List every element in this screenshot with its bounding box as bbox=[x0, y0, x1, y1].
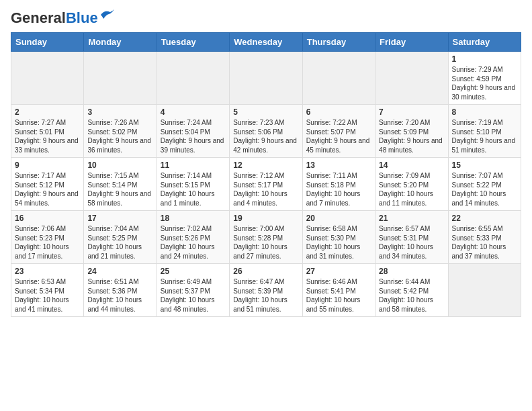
day-info: Sunrise: 7:17 AM Sunset: 5:12 PM Dayligh… bbox=[15, 171, 80, 208]
calendar-cell: 26Sunrise: 6:47 AM Sunset: 5:39 PM Dayli… bbox=[230, 264, 302, 317]
day-number: 14 bbox=[379, 161, 444, 170]
day-info: Sunrise: 7:06 AM Sunset: 5:23 PM Dayligh… bbox=[15, 224, 80, 261]
calendar-cell: 27Sunrise: 6:46 AM Sunset: 5:41 PM Dayli… bbox=[302, 264, 375, 317]
day-number: 18 bbox=[161, 214, 226, 223]
logo-blue: Blue bbox=[66, 9, 98, 26]
day-number: 26 bbox=[233, 267, 298, 276]
day-number: 16 bbox=[15, 214, 80, 223]
calendar-cell: 19Sunrise: 7:00 AM Sunset: 5:28 PM Dayli… bbox=[230, 211, 302, 264]
day-info: Sunrise: 7:00 AM Sunset: 5:28 PM Dayligh… bbox=[233, 224, 298, 261]
day-number: 23 bbox=[15, 267, 80, 276]
day-number: 8 bbox=[452, 107, 517, 117]
logo-text: GeneralBlue bbox=[11, 11, 98, 26]
day-info: Sunrise: 7:07 AM Sunset: 5:22 PM Dayligh… bbox=[452, 171, 517, 208]
day-info: Sunrise: 7:19 AM Sunset: 5:10 PM Dayligh… bbox=[452, 118, 517, 154]
calendar-cell: 23Sunrise: 6:53 AM Sunset: 5:34 PM Dayli… bbox=[11, 264, 84, 317]
calendar-cell: 25Sunrise: 6:49 AM Sunset: 5:37 PM Dayli… bbox=[157, 264, 229, 317]
calendar-week-4: 16Sunrise: 7:06 AM Sunset: 5:23 PM Dayli… bbox=[11, 211, 521, 264]
calendar-cell: 15Sunrise: 7:07 AM Sunset: 5:22 PM Dayli… bbox=[448, 158, 521, 211]
weekday-tuesday: Tuesday bbox=[157, 33, 229, 52]
day-info: Sunrise: 6:53 AM Sunset: 5:34 PM Dayligh… bbox=[15, 277, 80, 314]
day-number: 10 bbox=[87, 161, 152, 170]
calendar-cell: 17Sunrise: 7:04 AM Sunset: 5:25 PM Dayli… bbox=[84, 211, 157, 264]
weekday-sunday: Sunday bbox=[11, 33, 84, 52]
day-info: Sunrise: 6:51 AM Sunset: 5:36 PM Dayligh… bbox=[87, 277, 152, 314]
calendar-cell: 1Sunrise: 7:29 AM Sunset: 4:59 PM Daylig… bbox=[448, 52, 521, 105]
calendar-cell: 21Sunrise: 6:57 AM Sunset: 5:31 PM Dayli… bbox=[375, 211, 448, 264]
calendar-cell bbox=[375, 52, 448, 105]
calendar-cell bbox=[157, 52, 229, 105]
day-info: Sunrise: 7:15 AM Sunset: 5:14 PM Dayligh… bbox=[87, 171, 152, 208]
calendar-cell: 2Sunrise: 7:27 AM Sunset: 5:01 PM Daylig… bbox=[11, 105, 84, 158]
calendar-cell: 24Sunrise: 6:51 AM Sunset: 5:36 PM Dayli… bbox=[84, 264, 157, 317]
day-number: 1 bbox=[452, 54, 517, 64]
day-number: 3 bbox=[87, 107, 152, 117]
day-number: 2 bbox=[15, 107, 80, 117]
calendar-week-5: 23Sunrise: 6:53 AM Sunset: 5:34 PM Dayli… bbox=[11, 264, 521, 317]
calendar-cell: 18Sunrise: 7:02 AM Sunset: 5:26 PM Dayli… bbox=[157, 211, 229, 264]
day-number: 20 bbox=[306, 214, 371, 223]
day-info: Sunrise: 7:14 AM Sunset: 5:15 PM Dayligh… bbox=[161, 171, 226, 208]
day-number: 21 bbox=[379, 214, 444, 223]
day-number: 11 bbox=[161, 161, 226, 170]
day-info: Sunrise: 6:46 AM Sunset: 5:41 PM Dayligh… bbox=[306, 277, 371, 314]
calendar-week-1: 1Sunrise: 7:29 AM Sunset: 4:59 PM Daylig… bbox=[11, 52, 521, 105]
calendar-cell: 6Sunrise: 7:22 AM Sunset: 5:07 PM Daylig… bbox=[302, 105, 375, 158]
day-info: Sunrise: 7:04 AM Sunset: 5:25 PM Dayligh… bbox=[87, 224, 152, 261]
weekday-friday: Friday bbox=[375, 33, 448, 52]
day-number: 28 bbox=[379, 267, 444, 276]
day-number: 13 bbox=[306, 161, 371, 170]
day-number: 25 bbox=[161, 267, 226, 276]
calendar-cell bbox=[448, 264, 521, 317]
day-info: Sunrise: 6:57 AM Sunset: 5:31 PM Dayligh… bbox=[379, 224, 444, 261]
weekday-thursday: Thursday bbox=[302, 33, 375, 52]
weekday-wednesday: Wednesday bbox=[230, 33, 302, 52]
day-info: Sunrise: 7:11 AM Sunset: 5:18 PM Dayligh… bbox=[306, 171, 371, 208]
calendar-cell: 11Sunrise: 7:14 AM Sunset: 5:15 PM Dayli… bbox=[157, 158, 229, 211]
calendar-cell: 20Sunrise: 6:58 AM Sunset: 5:30 PM Dayli… bbox=[302, 211, 375, 264]
calendar-cell: 14Sunrise: 7:09 AM Sunset: 5:20 PM Dayli… bbox=[375, 158, 448, 211]
calendar-cell: 4Sunrise: 7:24 AM Sunset: 5:04 PM Daylig… bbox=[157, 105, 229, 158]
day-info: Sunrise: 6:55 AM Sunset: 5:33 PM Dayligh… bbox=[452, 224, 517, 261]
day-info: Sunrise: 7:26 AM Sunset: 5:02 PM Dayligh… bbox=[87, 118, 152, 154]
weekday-saturday: Saturday bbox=[448, 33, 521, 52]
calendar-cell: 28Sunrise: 6:44 AM Sunset: 5:42 PM Dayli… bbox=[375, 264, 448, 317]
day-number: 24 bbox=[87, 267, 152, 276]
logo-bird-icon bbox=[99, 9, 114, 21]
day-info: Sunrise: 7:29 AM Sunset: 4:59 PM Dayligh… bbox=[452, 65, 517, 101]
calendar-cell: 8Sunrise: 7:19 AM Sunset: 5:10 PM Daylig… bbox=[448, 105, 521, 158]
day-number: 17 bbox=[87, 214, 152, 223]
calendar-cell: 3Sunrise: 7:26 AM Sunset: 5:02 PM Daylig… bbox=[84, 105, 157, 158]
day-number: 5 bbox=[233, 107, 298, 117]
day-info: Sunrise: 6:47 AM Sunset: 5:39 PM Dayligh… bbox=[233, 277, 298, 314]
calendar-cell bbox=[230, 52, 302, 105]
day-info: Sunrise: 7:09 AM Sunset: 5:20 PM Dayligh… bbox=[379, 171, 444, 208]
calendar-cell bbox=[11, 52, 84, 105]
calendar-cell: 12Sunrise: 7:12 AM Sunset: 5:17 PM Dayli… bbox=[230, 158, 302, 211]
day-info: Sunrise: 7:12 AM Sunset: 5:17 PM Dayligh… bbox=[233, 171, 298, 208]
day-info: Sunrise: 7:24 AM Sunset: 5:04 PM Dayligh… bbox=[161, 118, 226, 154]
calendar-cell bbox=[302, 52, 375, 105]
calendar-cell bbox=[84, 52, 157, 105]
page-header: GeneralBlue bbox=[11, 11, 521, 26]
day-number: 7 bbox=[379, 107, 444, 117]
calendar-table: SundayMondayTuesdayWednesdayThursdayFrid… bbox=[11, 32, 521, 317]
day-info: Sunrise: 6:58 AM Sunset: 5:30 PM Dayligh… bbox=[306, 224, 371, 261]
day-info: Sunrise: 7:02 AM Sunset: 5:26 PM Dayligh… bbox=[161, 224, 226, 261]
logo-general: General bbox=[11, 9, 66, 26]
weekday-header-row: SundayMondayTuesdayWednesdayThursdayFrid… bbox=[11, 33, 521, 52]
day-number: 12 bbox=[233, 161, 298, 170]
day-number: 9 bbox=[15, 161, 80, 170]
calendar-cell: 9Sunrise: 7:17 AM Sunset: 5:12 PM Daylig… bbox=[11, 158, 84, 211]
day-info: Sunrise: 7:20 AM Sunset: 5:09 PM Dayligh… bbox=[379, 118, 444, 154]
calendar-cell: 13Sunrise: 7:11 AM Sunset: 5:18 PM Dayli… bbox=[302, 158, 375, 211]
calendar-week-2: 2Sunrise: 7:27 AM Sunset: 5:01 PM Daylig… bbox=[11, 105, 521, 158]
calendar-cell: 5Sunrise: 7:23 AM Sunset: 5:06 PM Daylig… bbox=[230, 105, 302, 158]
calendar-cell: 10Sunrise: 7:15 AM Sunset: 5:14 PM Dayli… bbox=[84, 158, 157, 211]
calendar-cell: 22Sunrise: 6:55 AM Sunset: 5:33 PM Dayli… bbox=[448, 211, 521, 264]
day-info: Sunrise: 6:44 AM Sunset: 5:42 PM Dayligh… bbox=[379, 277, 444, 314]
day-info: Sunrise: 7:27 AM Sunset: 5:01 PM Dayligh… bbox=[15, 118, 80, 154]
day-number: 22 bbox=[452, 214, 517, 223]
calendar-cell: 7Sunrise: 7:20 AM Sunset: 5:09 PM Daylig… bbox=[375, 105, 448, 158]
weekday-monday: Monday bbox=[84, 33, 157, 52]
